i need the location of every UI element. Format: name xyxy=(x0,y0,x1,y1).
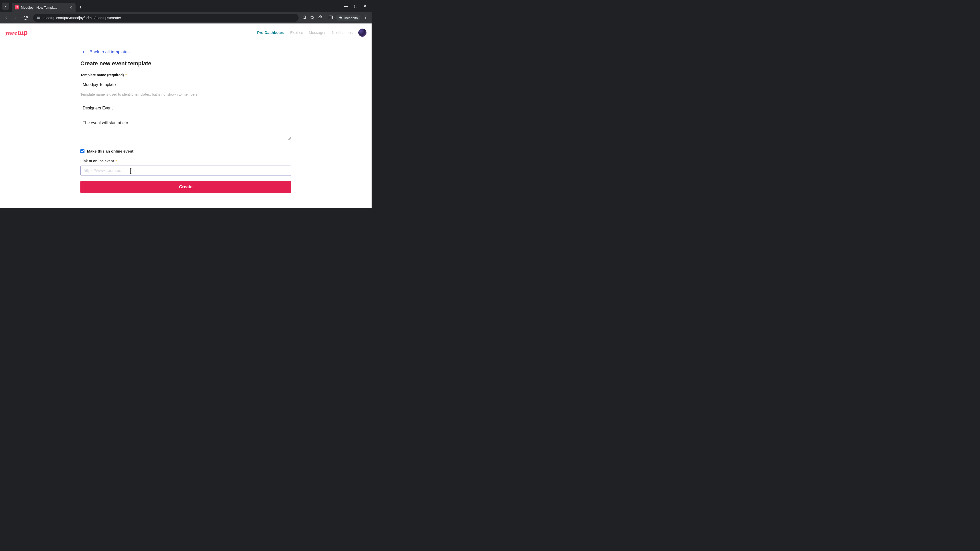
online-event-label[interactable]: Make this an online event xyxy=(87,149,134,153)
svg-rect-6 xyxy=(329,16,332,19)
window-maximize-icon[interactable]: ▢ xyxy=(354,4,357,8)
avatar[interactable] xyxy=(358,29,366,37)
back-link[interactable]: Back to all templates xyxy=(82,49,291,55)
svg-marker-5 xyxy=(310,16,314,19)
tab-title: Moodjoy - New Template xyxy=(21,6,67,10)
site-settings-icon[interactable] xyxy=(37,16,41,20)
svg-point-3 xyxy=(303,16,306,19)
event-description-textarea[interactable] xyxy=(80,118,291,140)
online-link-input[interactable] xyxy=(80,165,291,176)
svg-rect-0 xyxy=(38,17,40,17)
side-panel-icon[interactable] xyxy=(328,15,333,21)
template-name-help: Template name is used to identify templa… xyxy=(80,92,291,97)
search-icon[interactable] xyxy=(302,15,307,21)
window-close-icon[interactable]: ✕ xyxy=(363,4,366,8)
url-text: meetup.com/pro/moodjoy/admin/meetups/cre… xyxy=(43,16,295,20)
online-event-checkbox[interactable] xyxy=(80,149,84,153)
incognito-label: Incognito xyxy=(344,16,358,20)
create-button[interactable]: Create xyxy=(80,181,291,193)
required-star-icon: * xyxy=(125,73,127,77)
url-bar[interactable]: meetup.com/pro/moodjoy/admin/meetups/cre… xyxy=(33,14,299,22)
template-name-input[interactable] xyxy=(80,79,291,90)
tab-search-dropdown[interactable] xyxy=(2,3,9,10)
link-label: Link to online event* xyxy=(80,159,291,163)
svg-line-4 xyxy=(305,18,306,19)
nav-forward-button[interactable] xyxy=(12,14,20,22)
reload-button[interactable] xyxy=(21,14,30,22)
nav-back-button[interactable] xyxy=(2,14,10,22)
tab-close-icon[interactable]: ✕ xyxy=(69,5,73,10)
nav-messages[interactable]: Messages xyxy=(309,30,326,35)
incognito-badge[interactable]: Incognito xyxy=(336,15,360,21)
browser-tab[interactable]: Moodjoy - New Template ✕ xyxy=(12,3,76,12)
browser-menu-icon[interactable] xyxy=(363,15,368,21)
page-title: Create new event template xyxy=(80,60,291,67)
tab-favicon xyxy=(15,5,19,10)
bookmark-icon[interactable] xyxy=(310,15,314,21)
meetup-logo[interactable]: meetup xyxy=(5,28,28,37)
arrow-left-icon xyxy=(82,50,86,54)
svg-rect-2 xyxy=(38,19,40,19)
back-link-label: Back to all templates xyxy=(89,49,130,55)
event-title-input[interactable] xyxy=(80,103,291,113)
nav-notifications[interactable]: Notifications xyxy=(332,30,353,35)
new-tab-button[interactable]: + xyxy=(79,4,82,10)
svg-point-8 xyxy=(366,16,366,16)
nav-pro-dashboard[interactable]: Pro Dashboard xyxy=(257,30,285,35)
required-star-icon: * xyxy=(115,159,117,163)
template-name-label: Template name (required)* xyxy=(80,73,291,77)
incognito-icon xyxy=(339,16,343,20)
svg-point-9 xyxy=(366,17,366,18)
svg-point-10 xyxy=(366,18,366,19)
svg-rect-1 xyxy=(38,17,40,18)
nav-explore[interactable]: Explore xyxy=(290,30,303,35)
window-minimize-icon[interactable]: — xyxy=(344,4,348,8)
extensions-icon[interactable] xyxy=(318,15,322,21)
